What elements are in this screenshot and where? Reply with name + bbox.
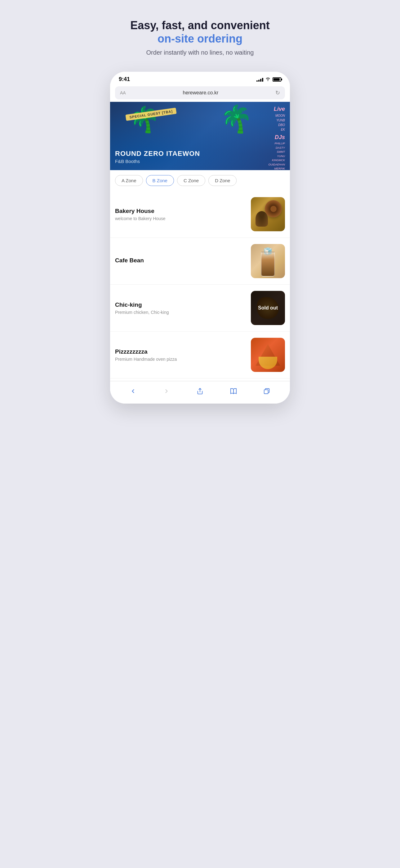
dj-kingmck: KINGMCK — [268, 158, 285, 163]
zone-tab-a[interactable]: A Zone — [115, 175, 143, 186]
hero-title-black-text: Easy, fast, and convenient — [130, 19, 269, 32]
dj-merpik: MERPIK — [268, 167, 285, 170]
donut-icon — [265, 200, 282, 217]
vendor-item-cafe[interactable]: Cafe Bean 🧊 — [110, 238, 290, 285]
battery-icon — [272, 77, 281, 82]
browser-url[interactable]: hereweare.co.kr — [126, 90, 275, 96]
nav-tabs-button[interactable] — [260, 385, 274, 397]
hero-section: Easy, fast, and convenient on-site order… — [124, 6, 276, 65]
browser-refresh-button[interactable]: ↻ — [275, 89, 280, 96]
live-artists-section: Live MOON YUNB DBO EK DJs PHILLIP DASTY … — [268, 105, 285, 170]
vendor-list: Bakery House welcome to Bakery House Caf… — [110, 188, 290, 381]
vendor-info-bakery: Bakery House welcome to Bakery House — [115, 208, 246, 221]
vendor-name-chicken: Chic-king — [115, 302, 246, 308]
hero-title-black: Easy, fast, and convenient on-site order… — [130, 19, 269, 45]
vendor-image-bakery — [251, 197, 285, 231]
vendor-item-bakery[interactable]: Bakery House welcome to Bakery House — [110, 191, 290, 238]
vendor-item-pizza[interactable]: Pizzzzzzzza Premium Handmade oven pizza — [110, 332, 290, 378]
venue-subtitle: F&B Booths — [115, 159, 200, 164]
status-bar: 9:41 — [110, 72, 290, 85]
live-artist-moon: MOON — [268, 113, 285, 118]
nav-share-button[interactable] — [193, 385, 207, 397]
vendor-info-pizza: Pizzzzzzzza Premium Handmade oven pizza — [115, 348, 246, 362]
zone-tab-b[interactable]: B Zone — [146, 175, 174, 186]
signal-bar-2 — [258, 80, 260, 82]
palm-tree-right-icon: 🌴 — [220, 103, 253, 134]
dj-smmt: SMMT — [268, 150, 285, 154]
svg-rect-1 — [264, 390, 268, 394]
sold-out-label: Sold out — [258, 305, 278, 311]
status-time: 9:41 — [119, 76, 130, 83]
vendor-image-chicken: Sold out — [251, 291, 285, 325]
vendor-desc-bakery: welcome to Bakery House — [115, 216, 246, 221]
vendor-name-pizza: Pizzzzzzzza — [115, 348, 246, 355]
browser-bar[interactable]: AA hereweare.co.kr ↻ — [115, 86, 285, 99]
nav-bookmarks-button[interactable] — [226, 385, 241, 397]
vendor-info-chicken: Chic-king Premium chicken, Chic-king — [115, 302, 246, 315]
venue-name: ROUND ZERO ITAEWON — [115, 150, 200, 158]
event-banner: 🌴 🌴 SPECIAL GUEST [TBA] Live MOON YUNB D… — [110, 102, 290, 170]
vendor-image-cafe: 🧊 — [251, 244, 285, 278]
vendor-image-pizza — [251, 338, 285, 372]
wifi-icon — [265, 77, 271, 82]
hero-title-blue-text: on-site ordering — [130, 32, 269, 45]
banner-content: ROUND ZERO ITAEWON F&B Booths — [115, 150, 200, 164]
hero-subtitle: Order instantly with no lines, no waitin… — [130, 49, 269, 56]
battery-fill — [273, 78, 280, 81]
signal-bar-3 — [260, 79, 261, 82]
zone-tab-d[interactable]: D Zone — [208, 175, 237, 186]
vendor-desc-pizza: Premium Handmade oven pizza — [115, 357, 246, 362]
nav-forward-button[interactable] — [159, 385, 174, 397]
sold-out-overlay: Sold out — [251, 291, 285, 325]
live-artist-ek: EK — [268, 127, 285, 132]
cafe-glass-icon — [261, 252, 275, 277]
vendor-desc-chicken: Premium chicken, Chic-king — [115, 310, 246, 315]
zone-tabs: A Zone B Zone C Zone D Zone — [110, 170, 290, 188]
dj-dasty: DASTY — [268, 146, 285, 150]
phone-frame: 9:41 AA herewe — [110, 72, 290, 404]
muffin-icon — [256, 211, 268, 227]
live-artist-dbo: DBO — [268, 123, 285, 127]
zone-tab-c[interactable]: C Zone — [177, 175, 205, 186]
bottom-nav — [110, 381, 290, 404]
status-icons — [257, 77, 281, 82]
signal-bar-1 — [257, 81, 258, 82]
dj-ouidaehan: OUIDAEHAN — [268, 163, 285, 167]
page-wrapper: Easy, fast, and convenient on-site order… — [100, 6, 300, 404]
vendor-info-cafe: Cafe Bean — [115, 257, 246, 266]
pizza-cheese-icon — [259, 357, 277, 369]
signal-bar-4 — [262, 78, 263, 82]
vendor-name-cafe: Cafe Bean — [115, 257, 246, 264]
nav-back-button[interactable] — [126, 385, 140, 397]
signal-bars-icon — [257, 77, 263, 82]
djs-label: DJs — [268, 133, 285, 142]
dj-phillip: PHILLIP — [268, 142, 285, 146]
vendor-item-chicken[interactable]: Chic-king Premium chicken, Chic-king Sol… — [110, 285, 290, 332]
browser-aa-button[interactable]: AA — [120, 90, 126, 95]
live-label: Live — [268, 105, 285, 113]
live-artist-yunb: YUNB — [268, 118, 285, 123]
dj-yunu: YUNU — [268, 154, 285, 159]
vendor-name-bakery: Bakery House — [115, 208, 246, 215]
